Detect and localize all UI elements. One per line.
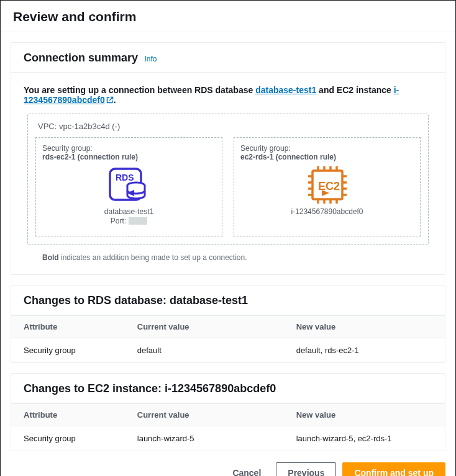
changes-rds-section: Changes to RDS database: database-test1 … (11, 285, 445, 363)
cancel-button[interactable]: Cancel (224, 463, 270, 476)
rds-port-label: Port: (111, 217, 126, 225)
rds-sg-name: rds-ec2-1 (connection rule) (42, 153, 216, 161)
ec2-security-group-box: Security group: ec2-rds-1 (connection ru… (234, 137, 421, 236)
ec2-col-current: Current value (137, 410, 296, 420)
bold-note: Bold indicates an addition being made to… (24, 253, 432, 262)
rds-icon: RDS (107, 166, 151, 204)
rds-resource-name: database-test1 (104, 207, 153, 216)
modal-title: Review and confirm (13, 9, 443, 24)
svg-marker-21 (322, 190, 329, 196)
footer: Cancel Previous Confirm and set up (1, 451, 455, 476)
connection-summary-section: Connection summary Info You are setting … (11, 42, 445, 275)
ec2-row-attr: Security group (24, 434, 137, 443)
table-row: Security group default default, rds-ec2-… (11, 338, 445, 362)
vpc-label: VPC: vpc-1a2b3c4d (-) (35, 122, 421, 131)
ec2-row-new: launch-wizard-5, ec2-rds-1 (296, 434, 432, 443)
bold-note-bold: Bold (42, 253, 59, 262)
rds-row-new: default, rds-ec2-1 (296, 346, 432, 355)
changes-rds-title: Changes to RDS database: database-test1 (24, 294, 248, 307)
connection-summary-header: Connection summary Info (11, 43, 445, 73)
rds-port-redacted (129, 217, 147, 225)
ec2-table-header: Attribute Current value New value (11, 403, 445, 426)
changes-ec2-header: Changes to EC2 instance: i-1234567890abc… (11, 374, 445, 403)
summary-sentence-prefix: You are setting up a connection between … (24, 85, 255, 95)
summary-sentence-suffix: . (114, 95, 116, 105)
connection-summary-title: Connection summary (24, 52, 138, 64)
changes-rds-header: Changes to RDS database: database-test1 (11, 285, 445, 315)
modal-container: Review and confirm Connection summary In… (0, 0, 456, 476)
rds-sg-label: Security group: (42, 144, 216, 153)
rds-row-current: default (137, 346, 296, 355)
summary-sentence-mid: and EC2 instance (316, 85, 393, 95)
rds-database-link[interactable]: database-test1 (255, 85, 316, 95)
connection-arrow-icon (125, 188, 331, 198)
vpc-box: VPC: vpc-1a2b3c4d (-) Security group: rd… (27, 114, 429, 245)
rds-port-row: Port: (111, 217, 147, 225)
rds-table-header: Attribute Current value New value (11, 315, 445, 338)
previous-button[interactable]: Previous (276, 462, 336, 476)
table-row: Security group launch-wizard-5 launch-wi… (11, 426, 445, 451)
rds-row-attr: Security group (24, 346, 137, 355)
ec2-resource-name: i-1234567890abcdef0 (291, 207, 363, 216)
summary-sentence: You are setting up a connection between … (24, 85, 432, 105)
svg-marker-20 (127, 190, 134, 196)
rds-security-group-box: Security group: rds-ec2-1 (connection ru… (35, 137, 222, 236)
external-link-icon (106, 96, 114, 103)
rds-col-attr: Attribute (24, 322, 137, 331)
ec2-row-current: launch-wizard-5 (137, 434, 296, 443)
ec2-col-new: New value (296, 410, 432, 420)
rds-col-current: Current value (137, 322, 296, 331)
rds-icon-text: RDS (116, 173, 134, 182)
rds-col-new: New value (296, 322, 432, 331)
security-group-row: Security group: rds-ec2-1 (connection ru… (35, 137, 421, 236)
changes-ec2-section: Changes to EC2 instance: i-1234567890abc… (11, 373, 445, 451)
confirm-button[interactable]: Confirm and set up (342, 462, 445, 476)
summary-body: You are setting up a connection between … (11, 73, 445, 274)
info-link[interactable]: Info (145, 55, 157, 63)
changes-ec2-title: Changes to EC2 instance: i-1234567890abc… (24, 382, 276, 395)
bold-note-text: indicates an addition being made to set … (59, 253, 247, 262)
ec2-sg-label: Security group: (240, 144, 414, 153)
ec2-col-attr: Attribute (24, 410, 137, 420)
ec2-sg-name: ec2-rds-1 (connection rule) (240, 153, 414, 161)
modal-header: Review and confirm (1, 1, 455, 32)
ec2-icon: EC2 (306, 166, 349, 204)
